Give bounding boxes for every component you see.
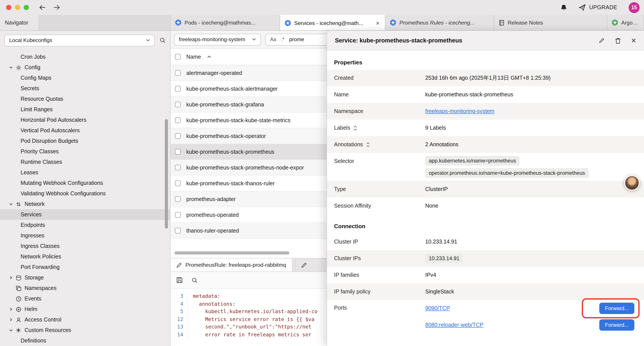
chevron-down-icon[interactable] [9,202,16,206]
edit-button[interactable] [599,37,604,43]
port-link[interactable]: 9090/TCP [425,305,450,311]
row-checkbox[interactable] [175,212,180,218]
property-label: Cluster IP [334,239,425,245]
sidebar-item-config-maps[interactable]: Config Maps [0,73,170,83]
row-name: thanos-ruler-operated [186,228,239,234]
maximize-window-button[interactable] [24,5,29,10]
namespace-select[interactable]: freeleaps-monitoring-system [174,33,261,45]
app-tab-prometheus[interactable]: Prometheus Rules - icecheng... [385,15,494,30]
editor-search-button[interactable] [192,277,198,283]
sidebar-item-resource-quotas[interactable]: Resource Quotas [0,94,170,104]
back-button[interactable] [38,4,46,10]
editor-tab[interactable]: PrometheusRule: freeleaps-prod-rabbitmq [170,258,292,272]
name-column-header[interactable]: Name [186,54,201,60]
close-drawer-button[interactable]: × [631,36,636,44]
notification-badge[interactable]: 15 [629,2,640,13]
row-checkbox[interactable] [175,180,180,186]
app-tab-pods[interactable]: Pods - icecheng@mathmas... [170,15,280,30]
kubeconfig-select[interactable]: Local Kubeconfigs [4,34,155,46]
upgrade-button[interactable]: UPGRADE [579,4,617,11]
config-icon [16,65,24,70]
chevron-right-icon[interactable] [9,307,16,311]
forward-button[interactable]: Forward... [599,303,634,314]
editor-tab[interactable] [295,258,327,272]
minimize-window-button[interactable] [15,5,20,10]
match-case-toggle[interactable]: Aa [270,37,276,42]
sidebar-item-pod-disruption-budgets[interactable]: Pod Disruption Budgets [0,136,170,146]
sidebar-item-definitions[interactable]: Definitions [0,336,170,346]
row-checkbox[interactable] [175,165,180,170]
sidebar-item-ingresses[interactable]: Ingresses [0,230,170,241]
chevron-right-icon[interactable] [9,318,16,322]
sidebar-item-horizontal-pod-autoscalers[interactable]: Horizontal Pod Autoscalers [0,115,170,125]
forward-button[interactable] [53,4,60,10]
notifications-bell-icon[interactable] [560,4,567,11]
avatar[interactable] [624,175,640,191]
app-tab-release[interactable]: Release Notes [494,15,607,30]
close-window-button[interactable] [6,5,12,10]
sidebar-item-validating-webhook-configurations[interactable]: Validating Webhook Configurations [0,188,170,199]
row-checkbox[interactable] [175,149,180,155]
navigator-panel-tab[interactable]: Navigator [0,15,39,30]
delete-button[interactable] [615,37,621,43]
chevron-right-icon[interactable] [9,276,16,280]
sidebar-item-namespaces[interactable]: Namespaces [0,283,170,294]
sidebar-item-access-control[interactable]: Access Control [0,315,170,325]
namespace-link[interactable]: freeleaps-monitoring-system [425,108,494,114]
sidebar-scrollbar[interactable] [165,119,168,229]
tab-close-icon[interactable]: × [375,20,380,26]
row-checkbox[interactable] [175,102,180,107]
row-checkbox[interactable] [175,228,180,233]
sidebar-item-mutating-webhook-configurations[interactable]: Mutating Webhook Configurations [0,178,170,188]
regex-toggle[interactable]: .* [281,37,284,42]
sidebar-item-network[interactable]: Network [0,199,170,209]
chevron-down-icon[interactable] [9,65,16,70]
kubernetes-icon [390,19,396,26]
sidebar-item-vertical-pod-autoscalers[interactable]: Vertical Pod Autoscalers [0,125,170,136]
sidebar-item-endpoints[interactable]: Endpoints [0,220,170,230]
sidebar-item-config[interactable]: Config [0,62,170,73]
select-all-checkbox[interactable] [175,54,180,59]
row-checkbox[interactable] [175,86,180,91]
app-tab-services[interactable]: Services - icecheng@math...× [280,15,385,30]
sidebar-item-helm[interactable]: Helm [0,304,170,315]
property-row-namespace: Namespacefreeleaps-monitoring-system [327,103,644,120]
sidebar-item-label: Mutating Webhook Configurations [20,180,103,186]
sidebar-item-ingress-classes[interactable]: Ingress Classes [0,241,170,251]
sidebar-item-custom-resources[interactable]: Custom Resources [0,325,170,336]
namespaces-icon [16,285,24,291]
sidebar-item-cron-jobs[interactable]: Cron Jobs [0,52,170,62]
row-checkbox[interactable] [175,70,180,76]
screenshot-root: UPGRADE 15 Navigator Pods - icecheng@mat… [0,0,644,346]
sidebar-item-services[interactable]: Services [0,209,170,220]
sidebar-item-storage[interactable]: Storage [0,272,170,283]
sidebar-item-limit-ranges[interactable]: Limit Ranges [0,104,170,115]
sidebar-item-port-forwarding[interactable]: Port Forwarding [0,262,170,272]
chevron-down-icon[interactable] [9,328,16,333]
sidebar-item-network-policies[interactable]: Network Policies [0,251,170,262]
sorter-icon[interactable] [366,142,370,147]
sidebar-item-label: Validating Webhook Configurations [20,191,106,197]
row-checkbox[interactable] [175,133,180,139]
forward-button[interactable]: Forward... [599,319,634,331]
row-checkbox[interactable] [175,196,180,202]
save-button[interactable] [176,277,183,283]
sorter-icon[interactable] [353,125,357,131]
sidebar-item-priority-classes[interactable]: Priority Classes [0,146,170,157]
search-query: prome [289,36,304,42]
selector-chips: app.kubernetes.io/name=prometheusoperato… [425,156,637,178]
section-rows: Cluster IP10.233.14.91Cluster IPs10.233.… [327,233,644,333]
sidebar-item-events[interactable]: Events [0,294,170,304]
app-tab-argo[interactable]: Argo Se [607,15,644,30]
property-label: Session Affinity [334,203,425,209]
port-link[interactable]: 8080:reloader-web/TCP [425,322,483,328]
sidebar-item-secrets[interactable]: Secrets [0,83,170,94]
row-checkbox[interactable] [175,117,180,123]
sidebar-search-icon[interactable] [160,37,166,43]
sidebar-item-leases[interactable]: Leases [0,167,170,178]
sidebar-item-runtime-classes[interactable]: Runtime Classes [0,157,170,167]
window-controls [6,5,29,10]
property-row-annotations: Annotations2 Annotations [327,136,644,153]
property-row-ip-families: IP familiesIPv4 [327,267,644,283]
table-horizontal-scrollbar[interactable] [174,251,289,255]
